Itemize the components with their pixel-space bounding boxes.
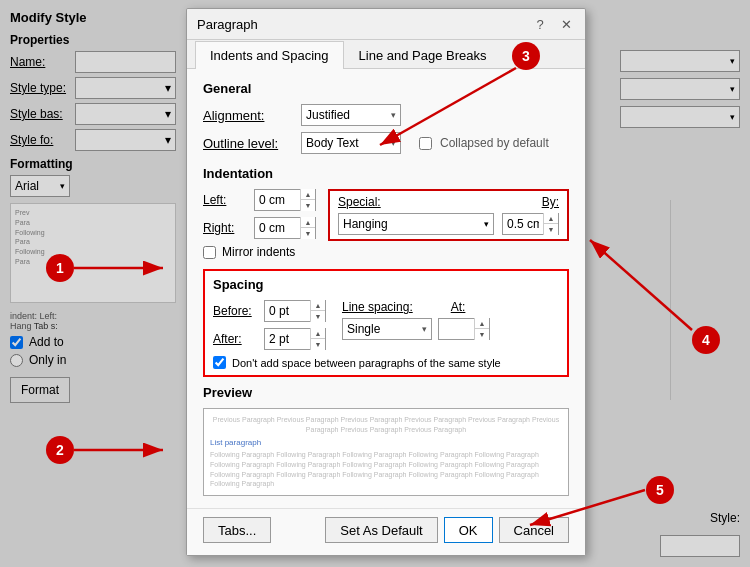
by-arrows: ▲ ▼	[543, 213, 558, 235]
dialog-titlebar: Paragraph ? ✕	[187, 9, 585, 40]
spacing-right-col: Line spacing: At: Single ▾ ▲ ▼	[342, 300, 490, 340]
general-section: General Alignment: Justified ▾ Outline l…	[203, 81, 569, 154]
dont-add-text: Don't add space between paragraphs of th…	[232, 357, 501, 369]
mirror-label: Mirror indents	[222, 245, 295, 259]
cancel-button[interactable]: Cancel	[499, 517, 569, 543]
after-down[interactable]: ▼	[311, 339, 325, 350]
special-by-labels: Special: By:	[338, 195, 559, 209]
preview-follow-text: Following Paragraph Following Paragraph …	[210, 450, 562, 489]
at-spinbox[interactable]: ▲ ▼	[438, 318, 490, 340]
at-arrows: ▲ ▼	[474, 318, 489, 340]
after-row: After: ▲ ▼	[213, 328, 326, 350]
dialog-controls: ? ✕	[531, 15, 575, 33]
spacing-layout: Before: ▲ ▼ After:	[213, 300, 559, 350]
line-spacing-label: Line spacing:	[342, 300, 413, 314]
preview-box: Previous Paragraph Previous Paragraph Pr…	[203, 408, 569, 496]
before-row: Before: ▲ ▼	[213, 300, 326, 322]
indent-left-label: Left:	[203, 193, 248, 207]
spacing-section: Spacing Before: ▲ ▼ Afte	[203, 269, 569, 377]
tab-line-page-breaks[interactable]: Line and Page Breaks	[344, 41, 502, 69]
indent-left-input[interactable]	[255, 190, 300, 210]
at-input[interactable]	[439, 319, 474, 339]
dialog-content: General Alignment: Justified ▾ Outline l…	[187, 69, 585, 508]
alignment-label: Alignment:	[203, 108, 293, 123]
dialog-buttons: Tabs... Set As Default OK Cancel	[187, 508, 585, 555]
outline-select[interactable]: Body Text ▾	[301, 132, 401, 154]
line-spacing-row: Line spacing: At:	[342, 300, 490, 314]
after-label: After:	[213, 332, 258, 346]
indent-left-arrows: ▲ ▼	[300, 189, 315, 211]
spacing-title: Spacing	[213, 277, 559, 292]
indent-left-spinbox[interactable]: ▲ ▼	[254, 189, 316, 211]
spacing-left-col: Before: ▲ ▼ After:	[213, 300, 326, 350]
indent-right-label: Right:	[203, 221, 248, 235]
dialog-buttons-right: Set As Default OK Cancel	[325, 517, 569, 543]
tab-indents-spacing[interactable]: Indents and Spacing	[195, 41, 344, 69]
collapsed-label: Collapsed by default	[440, 136, 549, 150]
after-arrows: ▲ ▼	[310, 328, 325, 350]
after-input[interactable]	[265, 329, 310, 349]
before-input[interactable]	[265, 301, 310, 321]
indent-left-row: Left: ▲ ▼	[203, 189, 316, 211]
outline-label: Outline level:	[203, 136, 293, 151]
by-header: By:	[542, 195, 559, 209]
at-down[interactable]: ▼	[475, 329, 489, 340]
dont-add-row: Don't add space between paragraphs of th…	[213, 356, 559, 369]
tabs-button[interactable]: Tabs...	[203, 517, 271, 543]
special-select[interactable]: Hanging ▾	[338, 213, 494, 235]
before-spinbox[interactable]: ▲ ▼	[264, 300, 326, 322]
dialog-tabs: Indents and Spacing Line and Page Breaks	[187, 40, 585, 69]
after-up[interactable]: ▲	[311, 328, 325, 339]
special-header: Special:	[338, 195, 530, 209]
by-input[interactable]	[503, 214, 543, 234]
dont-add-checkbox[interactable]	[213, 356, 226, 369]
mirror-checkbox[interactable]	[203, 246, 216, 259]
dont-add-label: Don't add space between paragraphs of th…	[213, 356, 559, 369]
by-down[interactable]: ▼	[544, 224, 558, 235]
before-down[interactable]: ▼	[311, 311, 325, 322]
after-spinbox[interactable]: ▲ ▼	[264, 328, 326, 350]
general-title: General	[203, 81, 569, 96]
preview-title: Preview	[203, 385, 569, 400]
indent-right-arrows: ▲ ▼	[300, 217, 315, 239]
collapsed-checkbox[interactable]	[419, 137, 432, 150]
preview-list-text: List paragraph	[210, 438, 562, 448]
indentation-layout: Left: ▲ ▼ Right:	[203, 189, 569, 241]
line-spacing-select[interactable]: Single ▾	[342, 318, 432, 340]
indent-right-down[interactable]: ▼	[301, 228, 315, 239]
before-arrows: ▲ ▼	[310, 300, 325, 322]
alignment-row: Alignment: Justified ▾	[203, 104, 569, 126]
close-button[interactable]: ✕	[557, 15, 575, 33]
set-default-button[interactable]: Set As Default	[325, 517, 437, 543]
help-button[interactable]: ?	[531, 15, 549, 33]
indentation-section: Indentation Left: ▲ ▼	[203, 166, 569, 259]
preview-prev-text: Previous Paragraph Previous Paragraph Pr…	[210, 415, 562, 435]
dialog-title: Paragraph	[197, 17, 258, 32]
at-up[interactable]: ▲	[475, 318, 489, 329]
at-label: At:	[451, 300, 466, 314]
line-spacing-controls: Single ▾ ▲ ▼	[342, 318, 490, 340]
indent-right-up[interactable]: ▲	[301, 217, 315, 228]
mirror-row: Mirror indents	[203, 245, 569, 259]
indent-right-row: Right: ▲ ▼	[203, 217, 316, 239]
indent-right-spinbox[interactable]: ▲ ▼	[254, 217, 316, 239]
ok-button[interactable]: OK	[444, 517, 493, 543]
preview-section: Preview Previous Paragraph Previous Para…	[203, 385, 569, 496]
indentation-title: Indentation	[203, 166, 569, 181]
paragraph-dialog: Paragraph ? ✕ Indents and Spacing Line a…	[186, 8, 586, 556]
by-spinbox[interactable]: ▲ ▼	[502, 213, 559, 235]
special-by-controls: Hanging ▾ ▲ ▼	[338, 213, 559, 235]
before-up[interactable]: ▲	[311, 300, 325, 311]
indent-right-input[interactable]	[255, 218, 300, 238]
before-label: Before:	[213, 304, 258, 318]
indent-left-down[interactable]: ▼	[301, 200, 315, 211]
special-by-box: Special: By: Hanging ▾ ▲ ▼	[328, 189, 569, 241]
outline-row: Outline level: Body Text ▾ Collapsed by …	[203, 132, 569, 154]
indent-left-right: Left: ▲ ▼ Right:	[203, 189, 316, 239]
alignment-select[interactable]: Justified ▾	[301, 104, 401, 126]
indent-left-up[interactable]: ▲	[301, 189, 315, 200]
by-up[interactable]: ▲	[544, 213, 558, 224]
